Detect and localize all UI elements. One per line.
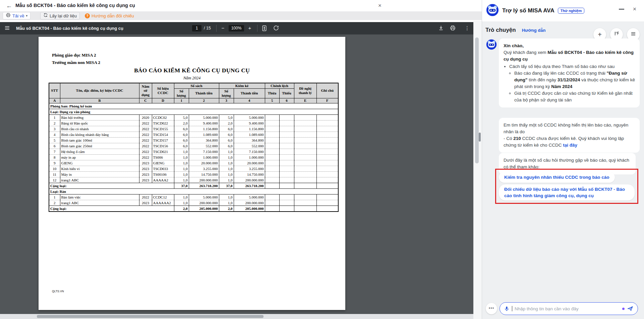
fit-page-icon[interactable] (262, 25, 267, 33)
table-cell: 1,0 (219, 177, 234, 183)
table-row: 7Hệ thống ổ cắm2022TSCD0211,07.150.0001,… (49, 149, 338, 155)
guide-link[interactable]: Hướng dẫn (522, 28, 546, 33)
send-icon[interactable] (627, 305, 634, 312)
table-cell (279, 155, 294, 160)
table-cell (294, 126, 316, 132)
table-cell (265, 206, 279, 212)
table-cell: TSCD155 (152, 126, 174, 132)
table-cell: 3.255.000 (189, 166, 219, 172)
pdf-viewport[interactable]: Phòng giáo dục MISA 2 Trường mầm non MIS… (0, 34, 473, 314)
table-cell (279, 194, 294, 200)
table-cell: 2020 (139, 115, 152, 121)
table-cell: GIENG (60, 160, 139, 166)
table-cell: 2022 (139, 194, 152, 200)
table-cell (294, 183, 316, 189)
chat-input[interactable]: Nhập thông tin bạn cần vào đây (500, 302, 638, 315)
printer-icon (6, 13, 11, 19)
table-cell (294, 155, 316, 160)
table-cell: 2023 (139, 172, 152, 177)
col-header: Số hiệu CCDC (152, 83, 174, 98)
table-cell: trang1 ABC (60, 177, 139, 183)
table-cell (316, 160, 338, 166)
table-cell: CCDC12 (152, 194, 174, 200)
table-cell: TSCD022 (152, 121, 174, 126)
table-row: 5Bình tam giác 100ml2022TSCD1576,0364.80… (49, 138, 338, 143)
suggestion-chip[interactable]: Kiểm tra nguyên nhân thiếu CCDC trong bá… (499, 172, 615, 183)
guide-label: Hướng dẫn đối chiếu (92, 13, 134, 18)
table-row: Loại: Dụng cụ văn phòng (49, 109, 338, 115)
report-table: STT Tên, đặc điểm, ký hiệu CCDC Năm sử d… (49, 83, 339, 212)
col-header: Thừa (265, 88, 279, 98)
zoom-in-button[interactable]: + (246, 25, 253, 31)
more-options-button[interactable]: ••• (486, 303, 497, 314)
table-cell (316, 166, 338, 172)
table-cell: Loại: Bàn (49, 189, 338, 194)
table-cell: 2,0 (174, 206, 189, 212)
col-header: Ghi chú (316, 83, 338, 98)
print-icon[interactable] (450, 25, 456, 32)
col-header: Thiếu (279, 88, 294, 98)
table-cell (265, 143, 279, 149)
rotate-icon[interactable] (273, 25, 279, 32)
close-icon[interactable]: × (630, 5, 639, 13)
zoom-out-button[interactable]: − (220, 25, 226, 31)
table-cell: 9.400.000 (234, 121, 265, 126)
guide-link[interactable]: ? Hướng dẫn đối chiếu (82, 12, 137, 19)
vertical-scrollbar[interactable] (475, 37, 479, 163)
table-cell (316, 177, 338, 183)
suggestion-chip[interactable]: Đối chiếu dữ liệu báo cáo này với Mẫu số… (499, 184, 635, 201)
table-cell: 2 (49, 121, 60, 126)
table-row: 10Kính hiển vi2023TSCD0331,03.255.0001,0… (49, 166, 338, 172)
col-header: Thành tiền (234, 88, 265, 98)
reload-data-button[interactable]: Lấy lại dữ liệu (40, 12, 80, 19)
compose-icon (613, 31, 620, 38)
table-cell: 6,0 (219, 132, 234, 138)
chat-message: Em tìm thấy một số CCDC không hiển thị l… (499, 118, 640, 153)
table-cell: 37,0 (174, 183, 189, 189)
panel-collapse-handle[interactable] (479, 133, 481, 142)
table-cell: Kính hiển vi (60, 166, 139, 172)
table-cell: Cộng loại: (49, 206, 174, 212)
table-cell (316, 115, 338, 121)
horizontal-scrollbar[interactable] (37, 315, 264, 318)
table-cell: 2023 (139, 166, 152, 172)
table-cell: 2022 (139, 149, 152, 155)
table-cell: 2022 (139, 143, 152, 149)
table-cell: 5.000.000 (234, 115, 265, 121)
table-cell (265, 177, 279, 183)
table-cell (316, 194, 338, 200)
menu-icon[interactable] (4, 25, 10, 32)
message-text: Quý khách đang xem Mẫu số BCKT04 - Báo c… (504, 49, 635, 63)
table-letter-row: A B C D 1 2 3 4 5 6 E F (49, 98, 338, 103)
table-cell: 5.000.000 (189, 115, 219, 121)
plus-icon: + (598, 31, 602, 38)
table-cell (279, 160, 294, 166)
table-cell: máy in ap (60, 155, 139, 160)
table-cell: TS00106 (152, 172, 174, 177)
close-icon[interactable]: × (375, 1, 384, 10)
status-dot (622, 308, 625, 310)
table-cell: 2023 (139, 200, 152, 206)
table-header-row: STT Tên, đặc điểm, ký hiệu CCDC Năm sử d… (49, 83, 338, 88)
more-vertical-icon[interactable]: ⋮ (465, 25, 470, 31)
table-row: Cộng loại:37,0263.718.20037,0263.718.200 (49, 183, 338, 189)
table-cell: AAAAAA2 (152, 200, 174, 206)
col-header: STT (49, 83, 60, 98)
table-cell: 2022 (139, 132, 152, 138)
table-cell: 8 (49, 155, 60, 160)
page-number-input[interactable]: 1 (192, 25, 201, 31)
table-cell (294, 200, 316, 206)
download-button[interactable]: Tải về ▾ (3, 12, 31, 19)
zoom-level[interactable]: 100% (229, 25, 244, 31)
inline-link[interactable]: tại đây (563, 143, 577, 148)
window-title: Mẫu số BCKT04 - Báo cáo kiểm kê công cụ … (15, 3, 135, 8)
chat-message: Xin chào, Quý khách đang xem Mẫu số BCKT… (499, 38, 640, 107)
mic-icon[interactable] (504, 306, 510, 312)
minimize-icon[interactable] (619, 9, 624, 10)
back-arrow-icon[interactable]: ← (5, 1, 13, 10)
table-cell (279, 149, 294, 155)
table-cell: 5.000.000 (189, 194, 219, 200)
col-group-header: Chênh lệch (265, 83, 294, 88)
table-cell: 5,0 (174, 115, 189, 121)
download-icon[interactable] (438, 25, 444, 32)
